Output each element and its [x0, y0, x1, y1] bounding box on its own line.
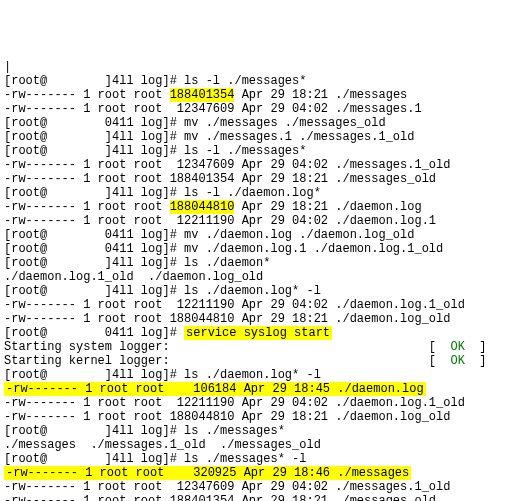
terminal-segment: ./daemon.log.1_old ./daemon.log_old: [4, 270, 263, 284]
terminal-line: Starting system logger: [ OK ]: [4, 340, 517, 354]
terminal-segment: Starting kernel logger: [: [4, 354, 450, 368]
terminal-line: -rw------- 1 root root 188401354 Apr 29 …: [4, 172, 517, 186]
terminal-line: -rw------- 1 root root 12211190 Apr 29 0…: [4, 396, 517, 410]
terminal-segment: -rw------- 1 root root 188044810 Apr 29 …: [4, 410, 450, 424]
terminal-segment: [root@ 0411 log]# mv ./daemon.log ./daem…: [4, 228, 414, 242]
terminal-segment: 188044810: [170, 200, 235, 214]
terminal-segment: [root@ ]4ll log]# ls ./daemon.log* -l: [4, 284, 321, 298]
terminal-segment: [root@ 0411 log]#: [4, 326, 184, 340]
terminal-segment: [root@ 0411 log]# mv ./messages ./messag…: [4, 116, 386, 130]
terminal-line: [root@ ]4ll log]# ls ./daemon.log* -l: [4, 284, 517, 298]
terminal-line: ./messages ./messages.1_old ./messages_o…: [4, 438, 517, 452]
terminal-line: -rw------- 1 root root 188401354 Apr 29 …: [4, 494, 517, 501]
terminal-segment: [root@ 0411 log]# mv ./daemon.log.1 ./da…: [4, 242, 443, 256]
terminal-segment: Apr 29 18:21 ./daemon.log: [234, 200, 421, 214]
terminal-output: |[root@ ]4ll log]# ls -l ./messages*-rw-…: [4, 60, 517, 501]
terminal-segment: -rw------- 1 root root 12347609 Apr 29 0…: [4, 158, 450, 172]
terminal-line: [root@ ]4ll log]# ls ./messages* -l: [4, 452, 517, 466]
terminal-segment: [root@ ]4ll log]# ls -l ./messages*: [4, 74, 306, 88]
terminal-line: [root@ ]4ll log]# mv ./messages.1 ./mess…: [4, 130, 517, 144]
terminal-line: -rw------- 1 root root 188401354 Apr 29 …: [4, 88, 517, 102]
terminal-line: [root@ ]4ll log]# ls -l ./messages*: [4, 74, 517, 88]
terminal-segment: -rw------- 1 root root: [4, 200, 170, 214]
terminal-segment: OK: [450, 340, 464, 354]
terminal-segment: -rw------- 1 root root 188401354 Apr 29 …: [4, 172, 436, 186]
terminal-segment: 188401354: [170, 88, 235, 102]
terminal-line: [root@ ]4ll log]# ls ./messages*: [4, 424, 517, 438]
terminal-line: [root@ ]4ll log]# ls -l ./daemon.log*: [4, 186, 517, 200]
terminal-segment: [root@ ]4ll log]# mv ./messages.1 ./mess…: [4, 130, 414, 144]
terminal-segment: -rw------- 1 root root 12347609 Apr 29 0…: [4, 480, 450, 494]
terminal-segment: ]: [465, 340, 487, 354]
terminal-segment: -rw------- 1 root root 188401354 Apr 29 …: [4, 494, 436, 501]
terminal-line: [root@ ]4ll log]# ls -l ./messages*: [4, 144, 517, 158]
terminal-segment: Apr 29 18:21 ./messages: [234, 88, 407, 102]
terminal-segment: -rw------- 1 root root 12211190 Apr 29 0…: [4, 298, 465, 312]
terminal-segment: -rw------- 1 root root 188044810 Apr 29 …: [4, 312, 450, 326]
terminal-line: -rw------- 1 root root 320925 Apr 29 18:…: [4, 466, 517, 480]
terminal-segment: -rw------- 1 root root 12347609 Apr 29 0…: [4, 102, 422, 116]
terminal-segment: [root@ ]4ll log]# ls -l ./daemon.log*: [4, 186, 321, 200]
terminal-line: -rw------- 1 root root 12347609 Apr 29 0…: [4, 480, 517, 494]
terminal-segment: [root@ ]4ll log]# ls ./daemon*: [4, 256, 270, 270]
terminal-line: [root@ ]4ll log]# ls ./daemon.log* -l: [4, 368, 517, 382]
terminal-segment: [root@ ]4ll log]# ls ./daemon.log* -l: [4, 368, 321, 382]
terminal-segment: Starting system logger: [: [4, 340, 450, 354]
terminal-line: -rw------- 1 root root 12211190 Apr 29 0…: [4, 298, 517, 312]
terminal-line: -rw------- 1 root root 188044810 Apr 29 …: [4, 410, 517, 424]
terminal-line: Starting kernel logger: [ OK ]: [4, 354, 517, 368]
terminal-line: -rw------- 1 root root 12347609 Apr 29 0…: [4, 158, 517, 172]
terminal-line: [root@ 0411 log]# mv ./messages ./messag…: [4, 116, 517, 130]
terminal-segment: ./messages ./messages.1_old ./messages_o…: [4, 438, 321, 452]
terminal-line: |: [4, 60, 517, 74]
terminal-segment: ]: [465, 354, 487, 368]
terminal-segment: -rw------- 1 root root 12211190 Apr 29 0…: [4, 214, 436, 228]
terminal-line: -rw------- 1 root root 12347609 Apr 29 0…: [4, 102, 517, 116]
terminal-segment: -rw------- 1 root root: [4, 88, 170, 102]
terminal-line: [root@ 0411 log]# mv ./daemon.log.1 ./da…: [4, 242, 517, 256]
terminal-line: [root@ 0411 log]# mv ./daemon.log ./daem…: [4, 228, 517, 242]
terminal-line: -rw------- 1 root root 188044810 Apr 29 …: [4, 312, 517, 326]
terminal-segment: [root@ ]4ll log]# ls ./messages* -l: [4, 452, 306, 466]
terminal-line: [root@ 0411 log]# service syslog start: [4, 326, 517, 340]
terminal-segment: -rw------- 1 root root 320925 Apr 29 18:…: [4, 466, 411, 480]
terminal-segment: service syslog start: [184, 326, 332, 340]
terminal-segment: -rw------- 1 root root 106184 Apr 29 18:…: [4, 382, 426, 396]
terminal-line: -rw------- 1 root root 12211190 Apr 29 0…: [4, 214, 517, 228]
terminal-segment: -rw------- 1 root root 12211190 Apr 29 0…: [4, 396, 465, 410]
terminal-segment: [root@ ]4ll log]# ls -l ./messages*: [4, 144, 306, 158]
terminal-line: -rw------- 1 root root 106184 Apr 29 18:…: [4, 382, 517, 396]
terminal-line: ./daemon.log.1_old ./daemon.log_old: [4, 270, 517, 284]
terminal-line: [root@ ]4ll log]# ls ./daemon*: [4, 256, 517, 270]
terminal-line: -rw------- 1 root root 188044810 Apr 29 …: [4, 200, 517, 214]
terminal-segment: [root@ ]4ll log]# ls ./messages*: [4, 424, 285, 438]
terminal-segment: OK: [450, 354, 464, 368]
terminal-segment: |: [4, 60, 11, 74]
